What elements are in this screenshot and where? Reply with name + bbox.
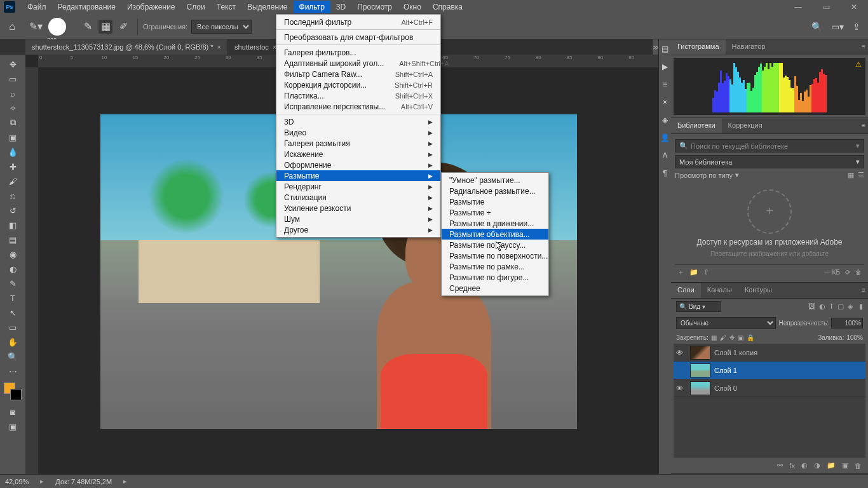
workspace-icon[interactable]: ▭▾ [831, 22, 844, 32]
crop-tool[interactable]: ⧉ [5, 116, 20, 130]
lasso-tool[interactable]: ⌕ [5, 86, 20, 100]
panel-icon-actions[interactable]: ▶ [662, 62, 668, 71]
lock-transparency-icon[interactable]: ▦ [711, 334, 717, 341]
lock-position-icon[interactable]: ✥ [729, 334, 735, 341]
menu-item[interactable]: Адаптивный широкий угол...Alt+Shift+Ctrl… [276, 58, 440, 69]
folder-icon[interactable]: 📁 [689, 268, 698, 276]
lock-pixels-icon[interactable]: 🖌 [720, 334, 726, 341]
magic-wand-tool[interactable]: ✧ [5, 101, 20, 115]
menu-справка[interactable]: Справка [427, 1, 468, 13]
blend-mode-select[interactable]: Обычные [676, 317, 776, 329]
menu-item[interactable]: Последний фильтрAlt+Ctrl+F [276, 17, 440, 27]
marquee-tool[interactable]: ▭ [5, 72, 20, 86]
document-tab[interactable]: shutterstock_1130573132.jpg @ 48,6% (Сло… [25, 39, 228, 55]
menu-файл[interactable]: Файл [22, 1, 52, 13]
layer-row[interactable]: 👁Слой 1 копия [674, 344, 865, 362]
healing-tool[interactable]: ✚ [5, 159, 20, 173]
panel-menu-icon[interactable]: ≡ [862, 122, 865, 129]
tab-libraries[interactable]: Библиотеки [671, 118, 722, 133]
tab-navigator[interactable]: Навигатор [726, 39, 772, 55]
panel-icon-glyphs[interactable]: ¶ [663, 169, 667, 178]
submenu-item[interactable]: "Умное" размытие... [442, 175, 548, 186]
add-asset-circle[interactable]: + [747, 189, 792, 234]
menu-редактирование[interactable]: Редактирование [52, 1, 121, 13]
color-swatches[interactable] [4, 383, 22, 400]
edit-toolbar-icon[interactable]: ⋯ [5, 364, 20, 378]
tab-layers[interactable]: Слои [671, 283, 701, 298]
stamp-tool[interactable]: ⎌ [5, 189, 20, 203]
add-icon[interactable]: ＋ [677, 268, 684, 277]
zoom-level[interactable]: 42,09% [5, 478, 29, 485]
hand-tool[interactable]: ✋ [5, 335, 20, 349]
filter-smart-icon[interactable]: ◈ [848, 302, 853, 311]
quickmask-tool[interactable]: ◙ [5, 405, 20, 419]
submenu-item[interactable]: Размытие объектива... [442, 229, 548, 240]
menu-item[interactable]: Рендеринг▶ [276, 181, 440, 192]
menu-фильтр[interactable]: Фильтр [294, 1, 330, 13]
background-color[interactable] [10, 389, 22, 400]
search-icon[interactable]: 🔍 [811, 22, 822, 32]
home-icon[interactable]: ⌂ [5, 20, 19, 34]
delete-layer-icon[interactable]: 🗑 [855, 462, 862, 470]
filter-type-icon[interactable]: T [829, 302, 834, 311]
submenu-item[interactable]: Размытие по фигуре... [442, 272, 548, 283]
menu-изображение[interactable]: Изображение [121, 1, 181, 13]
tab-histogram[interactable]: Гистограмма [671, 39, 726, 55]
filter-shape-icon[interactable]: ▢ [837, 302, 844, 311]
panel-icon-styles[interactable]: ◈ [662, 116, 668, 125]
layer-thumbnail[interactable] [690, 363, 710, 377]
submenu-item[interactable]: Размытие [442, 196, 548, 207]
menu-окно[interactable]: Окно [398, 1, 427, 13]
menu-item[interactable]: Размытие▶ [276, 170, 440, 181]
visibility-toggle[interactable]: 👁 [676, 349, 686, 356]
lock-artboard-icon[interactable]: ▣ [738, 334, 743, 341]
menu-просмотр[interactable]: Просмотр [351, 1, 398, 13]
menu-item[interactable]: Галерея фильтров... [276, 47, 440, 58]
menu-item[interactable]: Оформление▶ [276, 159, 440, 170]
minimize-button[interactable]: — [784, 0, 812, 14]
constraint-select[interactable]: Все пикселы [191, 20, 252, 34]
library-search[interactable]: 🔍 Поиск по текущей библиотеке▾ [675, 139, 864, 152]
brush-preview[interactable] [48, 18, 66, 36]
menu-item[interactable]: Шум▶ [276, 214, 440, 224]
shape-tool[interactable]: ▭ [5, 320, 20, 334]
dodge-tool[interactable]: ◐ [5, 262, 20, 276]
link-layers-icon[interactable]: ⚯ [777, 461, 783, 470]
menu-item[interactable]: Видео▶ [276, 127, 440, 138]
layer-name[interactable]: Слой 0 [714, 384, 737, 392]
list-view-icon[interactable]: ☰ [858, 171, 864, 179]
airbrush-icon[interactable]: ✐ [116, 20, 130, 34]
opacity-value[interactable]: 100% [831, 318, 863, 329]
tabs-overflow-icon[interactable]: ≫ [652, 39, 658, 55]
panel-icon-history[interactable]: ▤ [661, 44, 668, 53]
menu-выделение[interactable]: Выделение [241, 1, 294, 13]
layer-mask-icon[interactable]: ◐ [801, 461, 808, 470]
visibility-toggle[interactable]: 👁 [676, 384, 686, 392]
submenu-item[interactable]: Среднее [442, 283, 548, 294]
tab-corrections[interactable]: Коррекция [722, 118, 769, 133]
submenu-item[interactable]: Радиальное размытие... [442, 186, 548, 196]
menu-3d[interactable]: 3D [330, 1, 351, 13]
menu-текст[interactable]: Текст [211, 1, 241, 13]
library-select[interactable]: Моя библиотека▾ [675, 155, 864, 168]
submenu-item[interactable]: Размытие + [442, 207, 548, 218]
panel-icon-properties[interactable]: ≡ [663, 80, 667, 89]
statusbar-arrow-2[interactable]: ▸ [123, 477, 127, 485]
layer-row[interactable]: Слой 1 [674, 362, 865, 379]
submenu-item[interactable]: Размытие в движении... [442, 218, 548, 229]
sync-icon[interactable]: ⟳ [845, 269, 850, 276]
close-button[interactable]: ✕ [840, 0, 868, 14]
library-view-mode[interactable]: Просмотр по типу ▾▦☰ [675, 171, 864, 179]
brush-tool[interactable]: 🖌 [5, 174, 20, 188]
adjustment-layer-icon[interactable]: ◑ [814, 461, 820, 470]
blur-tool[interactable]: ◉ [5, 247, 20, 261]
eyedropper-tool[interactable]: 💧 [5, 145, 20, 159]
grid-view-icon[interactable]: ▦ [848, 171, 854, 179]
close-tab-icon[interactable]: × [217, 43, 221, 51]
menu-item[interactable]: Искажение▶ [276, 149, 440, 159]
layer-thumbnail[interactable] [690, 381, 710, 395]
share-icon[interactable]: ⇪ [853, 22, 860, 32]
menu-item[interactable]: 3D▶ [276, 116, 440, 127]
layer-row[interactable]: 👁Слой 0 [674, 379, 865, 397]
menu-item[interactable]: Преобразовать для смарт-фильтров [276, 32, 440, 43]
